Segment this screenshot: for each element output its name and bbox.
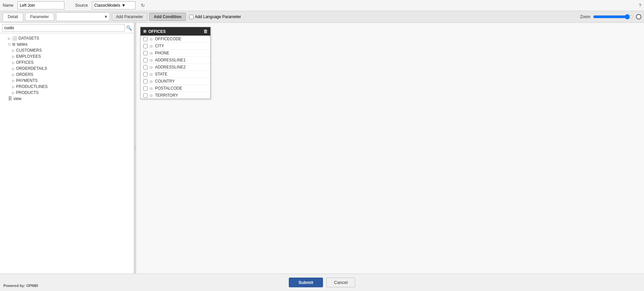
field-checkbox-officecode[interactable] <box>143 37 148 41</box>
search-bar: 🔍 <box>0 23 134 33</box>
tree-area: ▷ ⬜ DATASETS ▽ ⊞ tables ▷ CUSTOMERS ▷ EM… <box>0 33 134 274</box>
field-checkbox-state[interactable] <box>143 72 148 77</box>
field-type-icon: ◎ <box>150 86 153 91</box>
offices-table-widget: ⊞ OFFICES 🗑 ◎ OFFICECODE ◎ CITY ◎ PHONE <box>140 27 211 99</box>
chevron-right-icon: ▷ <box>8 37 11 40</box>
search-input[interactable] <box>2 24 125 32</box>
chevron-down-icon: ▼ <box>121 3 133 8</box>
field-checkbox-city[interactable] <box>143 44 148 48</box>
tree-item-view[interactable]: 🗄 view <box>3 96 131 102</box>
tree-item-customers[interactable]: ▷ CUSTOMERS <box>3 47 131 53</box>
main-area: 🔍 ▷ ⬜ DATASETS ▽ ⊞ tables ▷ CUSTOMERS ▷ <box>0 23 644 274</box>
field-label-addressline2: ADDRESSLINE2 <box>155 65 185 69</box>
refresh-icon[interactable]: ↻ <box>141 3 145 8</box>
tree-item-orderdetails[interactable]: ▷ ORDERDETAILS <box>3 65 131 71</box>
powered-by-text: Powered by: <box>3 284 25 288</box>
payments-label: PAYMENTS <box>16 78 38 83</box>
zoom-area: Zoom <box>580 14 641 19</box>
datasets-label: DATASETS <box>18 36 39 41</box>
chevron-down-icon: ▼ <box>104 14 108 19</box>
field-row-postalcode: ◎ POSTALCODE <box>141 85 210 92</box>
view-label: view <box>13 96 21 101</box>
orders-label: ORDERS <box>16 72 33 77</box>
field-checkbox-territory[interactable] <box>143 93 148 98</box>
left-panel: 🔍 ▷ ⬜ DATASETS ▽ ⊞ tables ▷ CUSTOMERS ▷ <box>0 23 134 274</box>
field-type-icon: ◎ <box>150 93 153 98</box>
field-label-city: CITY <box>155 44 164 48</box>
field-row-city: ◎ CITY <box>141 43 210 50</box>
tree-item-datasets[interactable]: ▷ ⬜ DATASETS <box>3 35 131 41</box>
chevron-right-icon: ▷ <box>12 55 15 58</box>
name-input[interactable] <box>17 1 64 9</box>
field-row-country: ◎ COUNTRY <box>141 78 210 85</box>
db-icon: 🗄 <box>8 96 12 101</box>
tree-item-payments[interactable]: ▷ PAYMENTS <box>3 78 131 84</box>
table-grid-icon: ⊞ <box>143 29 146 34</box>
tree-item-orders[interactable]: ▷ ORDERS <box>3 71 131 78</box>
field-label-addressline1: ADDRESSLINE1 <box>155 58 185 62</box>
chevron-right-icon: ▷ <box>12 61 15 64</box>
detail-tab[interactable]: Detail <box>3 13 23 21</box>
field-type-icon: ◎ <box>150 65 153 69</box>
folder-icon: ⬜ <box>12 36 17 41</box>
tables-label: tables <box>17 42 28 47</box>
field-label-postalcode: POSTALCODE <box>155 86 182 91</box>
source-dropdown[interactable]: ClassicModels ▼ <box>92 1 136 9</box>
add-language-param-label: Add Language Parameter <box>195 14 241 19</box>
orderdetails-label: ORDERDETAILS <box>16 66 47 71</box>
field-type-icon: ◎ <box>150 44 153 48</box>
powered-by-brand: OPNBI <box>26 284 38 288</box>
field-label-phone: PHONE <box>155 51 169 55</box>
field-label-country: COUNTRY <box>155 79 175 84</box>
chevron-right-icon: ▷ <box>12 49 15 52</box>
tree-item-products[interactable]: ▷ PRODUCTS <box>3 90 131 96</box>
field-row-officecode: ◎ OFFICECODE <box>141 36 210 43</box>
source-label: Source <box>75 3 88 8</box>
chevron-down-icon: ▽ <box>8 43 11 46</box>
offices-label: OFFICES <box>16 60 34 65</box>
productlines-label: PRODUCTLINES <box>16 84 48 89</box>
field-row-state: ◎ STATE <box>141 71 210 78</box>
tree-item-offices[interactable]: ▷ OFFICES <box>3 59 131 65</box>
add-condition-button[interactable]: Add Condition <box>149 13 186 21</box>
add-language-param-checkbox[interactable] <box>189 15 194 19</box>
chevron-right-icon: ▷ <box>12 79 15 83</box>
field-checkbox-postalcode[interactable] <box>143 86 148 91</box>
field-checkbox-phone[interactable] <box>143 51 148 55</box>
cancel-button[interactable]: Cancel <box>326 278 355 287</box>
field-type-icon: ◎ <box>150 72 153 77</box>
tree-item-tables[interactable]: ▽ ⊞ tables <box>3 41 131 47</box>
chevron-right-icon: ▷ <box>12 91 15 95</box>
field-row-addressline2: ◎ ADDRESSLINE2 <box>141 64 210 71</box>
bottom-bar: Submit Cancel Powered by: OPNBI <box>0 274 644 291</box>
products-label: PRODUCTS <box>16 90 39 95</box>
name-label: Name <box>3 3 13 8</box>
parameter-tab[interactable]: Parameter <box>25 13 54 21</box>
field-type-icon: ◎ <box>150 37 153 41</box>
field-label-state: STATE <box>155 72 167 77</box>
zoom-circle-icon <box>636 14 641 19</box>
delete-icon[interactable]: 🗑 <box>203 29 208 34</box>
employees-label: EMPLOYEES <box>16 54 41 59</box>
field-checkbox-addressline1[interactable] <box>143 58 148 62</box>
submit-button[interactable]: Submit <box>289 278 323 287</box>
source-value: ClassicModels <box>94 3 120 8</box>
field-checkbox-addressline2[interactable] <box>143 65 148 69</box>
help-icon[interactable]: ? <box>639 3 641 8</box>
powered-by: Powered by: OPNBI <box>3 284 38 288</box>
zoom-slider[interactable] <box>593 14 633 19</box>
tree-item-employees[interactable]: ▷ EMPLOYEES <box>3 53 131 59</box>
add-parameter-button[interactable]: Add Parameter <box>112 13 148 21</box>
chevron-right-icon: ▷ <box>12 67 15 70</box>
search-icon[interactable]: 🔍 <box>126 25 132 31</box>
customers-label: CUSTOMERS <box>16 48 42 53</box>
field-checkbox-country[interactable] <box>143 79 148 84</box>
table-widget-title: OFFICES <box>148 29 166 34</box>
tree-item-productlines[interactable]: ▷ PRODUCTLINES <box>3 84 131 90</box>
field-row-phone: ◎ PHONE <box>141 50 210 57</box>
zoom-label: Zoom <box>580 14 590 19</box>
field-label-territory: TERRITORY <box>155 93 178 98</box>
tab-dropdown[interactable]: ▼ <box>56 12 110 21</box>
chevron-right-icon: ▷ <box>12 73 15 77</box>
field-type-icon: ◎ <box>150 58 153 62</box>
